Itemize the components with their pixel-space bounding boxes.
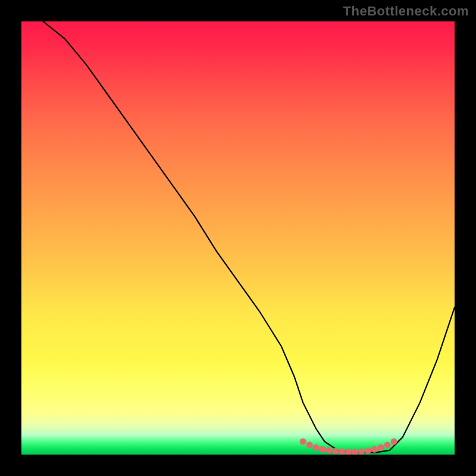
marker-dot (371, 446, 378, 453)
marker-dot (365, 447, 371, 454)
marker-dot (384, 441, 391, 448)
marker-dot (325, 447, 332, 453)
plot-area (21, 21, 455, 455)
marker-dot (358, 448, 365, 455)
marker-dot (313, 444, 320, 451)
marker-dot (300, 439, 306, 445)
bottleneck-curve (43, 21, 455, 452)
optimal-range-markers (300, 439, 397, 455)
marker-dot (339, 448, 345, 455)
marker-dot (345, 449, 352, 455)
marker-dot (319, 446, 325, 453)
marker-dot (391, 439, 397, 445)
marker-dot (378, 444, 384, 451)
watermark-text: TheBottleneck.com (343, 4, 469, 19)
marker-dot (306, 441, 313, 448)
marker-dot (352, 449, 358, 455)
curve-svg (21, 21, 455, 455)
chart-container: TheBottleneck.com (0, 0, 476, 476)
marker-dot (332, 448, 339, 455)
